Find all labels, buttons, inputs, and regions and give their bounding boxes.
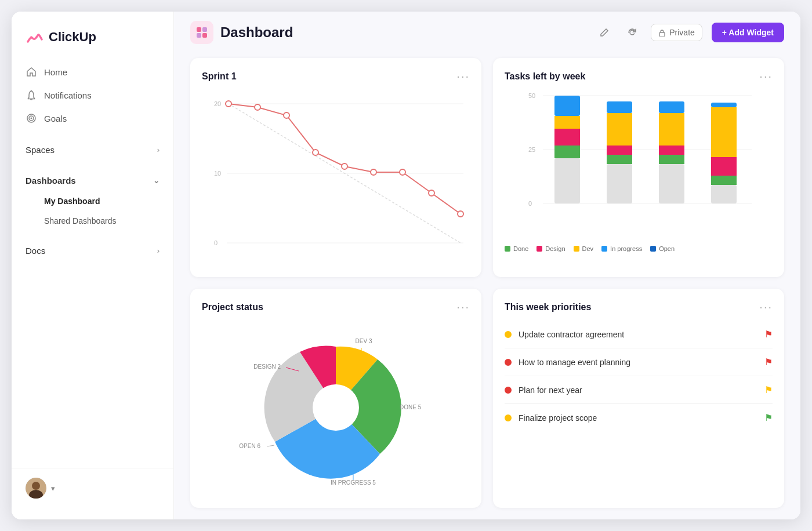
svg-point-25	[429, 190, 434, 196]
legend-item-design: Design	[536, 245, 565, 252]
sprint-widget-menu[interactable]: ···	[456, 70, 470, 83]
topbar: Dashboard Private + Add Widget	[174, 12, 800, 53]
svg-point-22	[342, 163, 347, 169]
priorities-title: This week priorities	[505, 302, 591, 312]
dashboards-chevron-icon: ⌄	[153, 176, 160, 185]
docs-label: Docs	[26, 246, 45, 256]
private-label: Private	[669, 28, 695, 37]
sidebar-item-shared-dashboards[interactable]: Shared Dashboards	[19, 211, 166, 231]
priority-item: Finalize project scope ⚑	[505, 404, 773, 431]
dashboard-icon-box	[190, 21, 213, 44]
priority-item-left: Plan for next year	[505, 385, 582, 395]
legend-item-done: Done	[505, 245, 528, 252]
app-frame: ClickUp Home Notifications Goals	[12, 12, 800, 519]
main-content: Dashboard Private + Add Widget	[174, 12, 800, 519]
priority-item-left: Finalize project scope	[505, 413, 597, 423]
priority-dot	[505, 387, 512, 394]
svg-point-19	[255, 104, 260, 110]
tasks-widget-title: Tasks left by week	[505, 71, 585, 82]
svg-text:DESIGN 2: DESIGN 2	[253, 363, 281, 370]
avatar[interactable]	[26, 478, 46, 499]
dev-label: Dev	[582, 245, 594, 252]
sidebar-section-docs[interactable]: Docs ›	[19, 240, 166, 261]
sidebar-item-goals[interactable]: Goals	[19, 107, 166, 130]
open-label: Open	[659, 245, 675, 252]
sidebar-section-spaces[interactable]: Spaces ›	[19, 139, 166, 161]
svg-rect-38	[607, 164, 632, 203]
svg-rect-40	[607, 146, 632, 155]
project-status-widget: Project status ···	[190, 289, 481, 508]
svg-rect-46	[659, 113, 684, 146]
svg-rect-42	[607, 101, 632, 113]
priorities-menu[interactable]: ···	[759, 300, 773, 314]
done-label: Done	[513, 245, 528, 252]
priorities-widget: This week priorities ··· Update contract…	[493, 289, 784, 508]
svg-text:IN PROGRESS 5: IN PROGRESS 5	[331, 479, 376, 486]
svg-rect-41	[607, 113, 632, 146]
svg-text:0: 0	[528, 200, 532, 207]
add-widget-button[interactable]: + Add Widget	[712, 23, 784, 42]
svg-rect-10	[659, 32, 665, 37]
topbar-right: Private + Add Widget	[595, 23, 784, 42]
svg-rect-9	[202, 33, 207, 38]
priority-flag-icon: ⚑	[764, 329, 773, 340]
priority-flag-icon: ⚑	[764, 357, 773, 368]
svg-text:DEV 3: DEV 3	[356, 338, 372, 344]
priorities-list: Update contractor agreement ⚑ How to man…	[505, 321, 773, 431]
svg-rect-44	[659, 155, 684, 164]
priorities-header: This week priorities ···	[505, 300, 773, 314]
priority-dot	[505, 414, 512, 421]
project-status-title: Project status	[202, 302, 263, 312]
logo-text: ClickUp	[49, 30, 96, 45]
sprint-widget-header: Sprint 1 ···	[202, 70, 470, 83]
goals-icon	[26, 112, 37, 124]
svg-rect-8	[197, 33, 201, 38]
spaces-label: Spaces	[26, 145, 55, 155]
svg-point-20	[284, 112, 289, 118]
svg-rect-34	[554, 146, 580, 158]
sidebar-item-home[interactable]: Home	[19, 60, 166, 83]
private-badge[interactable]: Private	[651, 24, 702, 41]
docs-chevron-icon: ›	[157, 246, 160, 255]
svg-rect-6	[197, 27, 201, 32]
svg-rect-33	[554, 158, 580, 203]
svg-rect-48	[711, 185, 737, 203]
sprint-widget: Sprint 1 ··· 20 10 0	[190, 58, 481, 277]
svg-rect-47	[659, 101, 684, 113]
design-label: Design	[545, 245, 565, 252]
my-dashboard-label: My Dashboard	[44, 197, 100, 206]
logo: ClickUp	[12, 23, 173, 60]
svg-rect-51	[711, 107, 737, 157]
topbar-title: Dashboard	[220, 24, 293, 41]
tasks-widget-header: Tasks left by week ···	[505, 70, 773, 83]
priority-text: Finalize project scope	[519, 413, 597, 423]
home-icon	[26, 66, 37, 78]
priority-text: How to manage event planning	[519, 358, 630, 367]
sidebar-nav: Home Notifications Goals Spaces ›	[12, 60, 173, 468]
refresh-button[interactable]	[623, 23, 641, 42]
svg-point-53	[313, 384, 359, 431]
svg-point-4	[32, 482, 40, 490]
legend-item-open: Open	[650, 245, 675, 252]
notifications-label: Notifications	[44, 90, 92, 100]
sidebar-item-notifications[interactable]: Notifications	[19, 83, 166, 107]
project-status-menu[interactable]: ···	[456, 300, 470, 314]
dashboard-grid: Sprint 1 ··· 20 10 0	[174, 53, 800, 519]
priority-item-left: Update contractor agreement	[505, 330, 624, 339]
user-menu-chevron-icon[interactable]: ▾	[51, 484, 55, 493]
priority-text: Update contractor agreement	[519, 330, 624, 339]
svg-point-23	[371, 169, 376, 175]
svg-rect-50	[711, 157, 737, 176]
priority-item: How to manage event planning ⚑	[505, 348, 773, 376]
project-status-header: Project status ···	[202, 300, 470, 314]
svg-text:10: 10	[214, 170, 221, 177]
priority-dot	[505, 331, 512, 338]
priority-dot	[505, 359, 512, 366]
tasks-widget-menu[interactable]: ···	[759, 70, 773, 83]
edit-button[interactable]	[595, 23, 614, 42]
legend-item-dev: Dev	[574, 245, 594, 252]
clickup-logo-icon	[26, 28, 44, 46]
sidebar-item-my-dashboard[interactable]: My Dashboard	[19, 191, 166, 211]
sidebar-section-dashboards[interactable]: Dashboards ⌄	[19, 170, 166, 191]
priority-item: Plan for next year ⚑	[505, 376, 773, 404]
